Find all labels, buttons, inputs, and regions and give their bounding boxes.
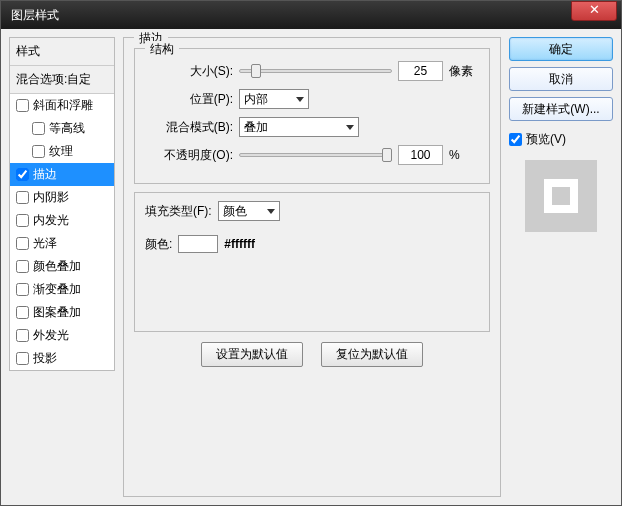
- set-default-button[interactable]: 设置为默认值: [201, 342, 303, 367]
- reset-default-button[interactable]: 复位为默认值: [321, 342, 423, 367]
- position-dropdown[interactable]: 内部: [239, 89, 309, 109]
- style-checkbox[interactable]: [16, 99, 29, 112]
- preview-thumbnail: [525, 160, 597, 232]
- position-label: 位置(P):: [145, 91, 233, 108]
- blend-mode-dropdown[interactable]: 叠加: [239, 117, 359, 137]
- style-item-11[interactable]: 投影: [10, 347, 114, 370]
- settings-panel: 描边 结构 大小(S): 像素 位置(P):: [123, 37, 501, 499]
- style-item-2[interactable]: 纹理: [10, 140, 114, 163]
- preview-label: 预览(V): [526, 131, 566, 148]
- style-checkbox[interactable]: [16, 352, 29, 365]
- size-unit: 像素: [449, 63, 479, 80]
- cancel-button[interactable]: 取消: [509, 67, 613, 91]
- style-item-9[interactable]: 图案叠加: [10, 301, 114, 324]
- style-item-1[interactable]: 等高线: [10, 117, 114, 140]
- fill-type-value: 颜色: [223, 203, 247, 220]
- style-checkbox[interactable]: [16, 214, 29, 227]
- style-item-label: 外发光: [33, 327, 69, 344]
- style-item-label: 描边: [33, 166, 57, 183]
- chevron-down-icon: [346, 125, 354, 130]
- opacity-slider[interactable]: [239, 146, 392, 164]
- style-item-6[interactable]: 光泽: [10, 232, 114, 255]
- style-item-7[interactable]: 颜色叠加: [10, 255, 114, 278]
- blend-mode-value: 叠加: [244, 119, 268, 136]
- style-checkbox[interactable]: [32, 122, 45, 135]
- style-item-label: 内发光: [33, 212, 69, 229]
- style-item-0[interactable]: 斜面和浮雕: [10, 94, 114, 117]
- style-item-label: 投影: [33, 350, 57, 367]
- style-item-label: 等高线: [49, 120, 85, 137]
- structure-legend: 结构: [145, 41, 179, 58]
- style-checkbox[interactable]: [16, 283, 29, 296]
- style-checkbox[interactable]: [32, 145, 45, 158]
- size-slider[interactable]: [239, 62, 392, 80]
- style-item-label: 图案叠加: [33, 304, 81, 321]
- preview-checkbox[interactable]: [509, 133, 522, 146]
- position-value: 内部: [244, 91, 268, 108]
- close-button[interactable]: ✕: [571, 1, 617, 21]
- color-label: 颜色:: [145, 236, 172, 253]
- style-checkbox[interactable]: [16, 191, 29, 204]
- blend-options-item[interactable]: 混合选项:自定: [10, 66, 114, 94]
- style-checkbox[interactable]: [16, 237, 29, 250]
- color-swatch[interactable]: [178, 235, 218, 253]
- new-style-button[interactable]: 新建样式(W)...: [509, 97, 613, 121]
- style-checkbox[interactable]: [16, 168, 29, 181]
- color-value: #ffffff: [224, 237, 255, 251]
- style-item-label: 内阴影: [33, 189, 69, 206]
- style-item-8[interactable]: 渐变叠加: [10, 278, 114, 301]
- style-item-3[interactable]: 描边: [10, 163, 114, 186]
- size-label: 大小(S):: [145, 63, 233, 80]
- fill-type-label: 填充类型(F):: [145, 203, 212, 220]
- style-item-label: 纹理: [49, 143, 73, 160]
- style-item-label: 渐变叠加: [33, 281, 81, 298]
- style-item-label: 颜色叠加: [33, 258, 81, 275]
- layer-style-dialog: 图层样式 ✕ 样式 混合选项:自定 斜面和浮雕等高线纹理描边内阴影内发光光泽颜色…: [0, 0, 622, 506]
- action-panel: 确定 取消 新建样式(W)... 预览(V): [509, 37, 613, 499]
- chevron-down-icon: [296, 97, 304, 102]
- style-checkbox[interactable]: [16, 329, 29, 342]
- size-input[interactable]: [398, 61, 443, 81]
- style-item-label: 光泽: [33, 235, 57, 252]
- styles-header: 样式: [10, 38, 114, 66]
- window-title: 图层样式: [11, 7, 571, 24]
- style-item-label: 斜面和浮雕: [33, 97, 93, 114]
- style-item-4[interactable]: 内阴影: [10, 186, 114, 209]
- style-item-5[interactable]: 内发光: [10, 209, 114, 232]
- fill-type-dropdown[interactable]: 颜色: [218, 201, 280, 221]
- opacity-label: 不透明度(O):: [145, 147, 233, 164]
- opacity-unit: %: [449, 148, 479, 162]
- style-checkbox[interactable]: [16, 306, 29, 319]
- styles-panel: 样式 混合选项:自定 斜面和浮雕等高线纹理描边内阴影内发光光泽颜色叠加渐变叠加图…: [9, 37, 115, 499]
- chevron-down-icon: [267, 209, 275, 214]
- titlebar[interactable]: 图层样式 ✕: [1, 1, 621, 29]
- style-checkbox[interactable]: [16, 260, 29, 273]
- ok-button[interactable]: 确定: [509, 37, 613, 61]
- dialog-content: 样式 混合选项:自定 斜面和浮雕等高线纹理描边内阴影内发光光泽颜色叠加渐变叠加图…: [1, 29, 621, 506]
- style-item-10[interactable]: 外发光: [10, 324, 114, 347]
- opacity-input[interactable]: [398, 145, 443, 165]
- blend-mode-label: 混合模式(B):: [145, 119, 233, 136]
